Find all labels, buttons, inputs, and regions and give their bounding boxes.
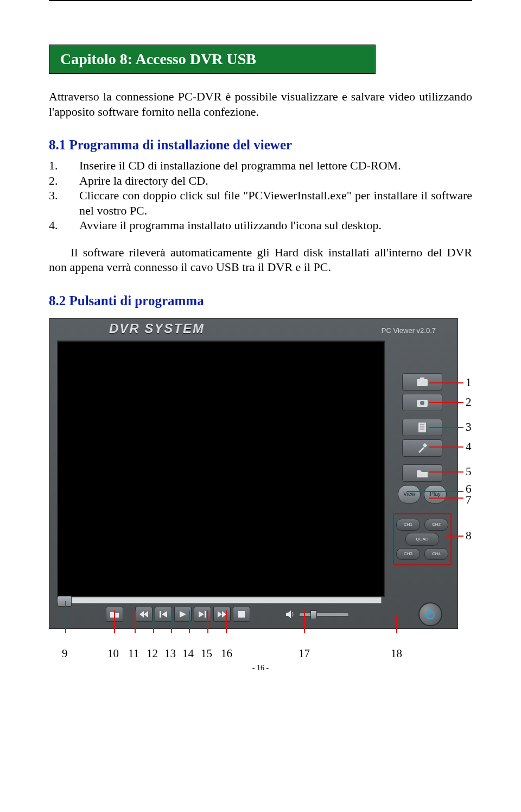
play-button[interactable]: Play <box>424 485 447 503</box>
prev-icon <box>160 611 167 618</box>
ch2-button[interactable]: CH2 <box>424 519 448 531</box>
callout-line-6 <box>407 491 463 492</box>
ch1-button[interactable]: CH1 <box>396 519 420 531</box>
callout-line-1 <box>429 382 463 383</box>
next-button[interactable] <box>194 607 211 622</box>
forward-fast-button[interactable] <box>213 607 231 622</box>
folder-icon <box>416 468 428 478</box>
step-4-text: Avviare il programma installato utilizza… <box>79 218 472 233</box>
step-4-number: 4. <box>49 218 79 233</box>
step-2-number: 2. <box>49 173 79 188</box>
progress-thumb[interactable] <box>58 596 72 607</box>
svg-rect-15 <box>205 611 206 618</box>
camera-icon <box>416 398 428 407</box>
stop-button[interactable] <box>233 607 250 622</box>
callout-line-5 <box>429 471 463 473</box>
svg-marker-14 <box>199 611 204 618</box>
svg-rect-11 <box>160 611 161 618</box>
side-btn-1[interactable] <box>402 373 442 391</box>
progress-track[interactable] <box>57 597 382 603</box>
tick-17 <box>304 610 305 633</box>
ch4-button[interactable]: CH4 <box>424 548 448 560</box>
settings-icon <box>417 443 428 454</box>
svg-rect-1 <box>420 377 424 380</box>
callout-3: 3 <box>466 420 472 434</box>
svg-marker-9 <box>139 611 144 618</box>
callout-17: 17 <box>298 647 310 660</box>
tick-16 <box>226 610 227 633</box>
volume-icon <box>285 610 296 619</box>
callout-16: 16 <box>221 647 232 660</box>
callout-9: 9 <box>62 647 68 660</box>
callout-4: 4 <box>466 440 472 454</box>
callout-line-3 <box>429 427 463 428</box>
forward-fast-icon <box>218 611 226 618</box>
dvr-bottom-bar <box>57 597 450 624</box>
tick-14 <box>189 610 190 633</box>
tick-12 <box>153 610 154 633</box>
page-number: - 16 - <box>49 664 472 672</box>
callout-11: 11 <box>128 647 139 660</box>
next-icon <box>199 611 206 618</box>
side-btn-4[interactable] <box>402 439 442 457</box>
side-btn-5[interactable] <box>402 464 442 482</box>
section-8-2-title: 8.2 Pulsanti di programma <box>49 293 472 309</box>
tick-13 <box>171 610 172 633</box>
callout-15: 15 <box>201 647 212 660</box>
step-4: 4. Avviare il programma installato utili… <box>49 218 472 233</box>
dvr-title: DVR SYSTEM <box>109 321 205 336</box>
step-3-number: 3. <box>49 188 79 218</box>
svg-rect-8 <box>423 443 427 447</box>
top-rule <box>49 0 472 1</box>
callout-line-7 <box>429 498 463 499</box>
install-steps: 1. Inserire il CD di installazione del p… <box>49 158 472 233</box>
svg-marker-12 <box>162 611 167 618</box>
svg-marker-13 <box>180 611 186 618</box>
tick-11 <box>135 610 136 633</box>
tick-18 <box>396 616 397 633</box>
callout-18: 18 <box>391 647 402 660</box>
view-button[interactable]: View <box>398 485 421 503</box>
step-1-text: Inserire il CD di installazione del prog… <box>79 158 472 173</box>
step-3-text: Cliccare con doppio click sul file "PCVi… <box>79 188 472 218</box>
capture-icon <box>416 377 428 387</box>
chapter-title: Capitolo 8: Accesso DVR USB <box>60 51 256 67</box>
section-8-1-title: 8.1 Programma di installazione del viewe… <box>49 137 472 153</box>
power-icon <box>425 609 436 620</box>
callout-line-4 <box>429 446 463 448</box>
dvr-video-area <box>57 341 385 597</box>
tick-15 <box>207 610 208 633</box>
svg-marker-16 <box>218 611 222 618</box>
dvr-window: DVR SYSTEM PC Viewer v2.0.7 <box>49 318 458 629</box>
channel-group: CH1 CH2 QUAD CH3 CH4 <box>393 513 452 565</box>
stop-icon <box>238 611 245 618</box>
callout-12: 12 <box>147 647 158 660</box>
callout-line-2 <box>429 402 463 403</box>
svg-rect-4 <box>418 423 426 432</box>
callout-5: 5 <box>466 465 472 479</box>
tick-10 <box>114 610 115 633</box>
chapter-title-box: Capitolo 8: Accesso DVR USB <box>49 45 376 74</box>
callout-13: 13 <box>164 647 176 660</box>
post-list-paragraph: Il software rileverà automaticamente gli… <box>49 245 472 275</box>
step-3: 3. Cliccare con doppio click sul file "P… <box>49 188 472 218</box>
step-1: 1. Inserire il CD di installazione del p… <box>49 158 472 173</box>
callout-1: 1 <box>466 376 472 389</box>
bottom-callout-row: 9 10 11 12 13 14 15 16 17 18 <box>49 639 457 660</box>
document-icon <box>417 422 427 433</box>
volume-thumb[interactable] <box>310 610 317 619</box>
rewind-fast-icon <box>139 611 148 618</box>
tick-9 <box>65 601 66 633</box>
callout-2: 2 <box>466 395 472 409</box>
prev-button[interactable] <box>155 607 172 622</box>
ch3-button[interactable]: CH3 <box>396 548 420 560</box>
quad-button[interactable]: QUAD <box>405 533 439 546</box>
volume-track[interactable] <box>299 612 349 616</box>
power-button[interactable] <box>418 602 442 626</box>
svg-point-3 <box>420 401 424 405</box>
rewind-fast-button[interactable] <box>135 607 153 622</box>
step-2-text: Aprire la directory del CD. <box>79 173 472 188</box>
intro-paragraph: Attraverso la connessione PC-DVR è possi… <box>49 89 472 119</box>
dvr-screenshot-wrap: DVR SYSTEM PC Viewer v2.0.7 <box>49 318 478 660</box>
callout-10: 10 <box>107 647 119 660</box>
